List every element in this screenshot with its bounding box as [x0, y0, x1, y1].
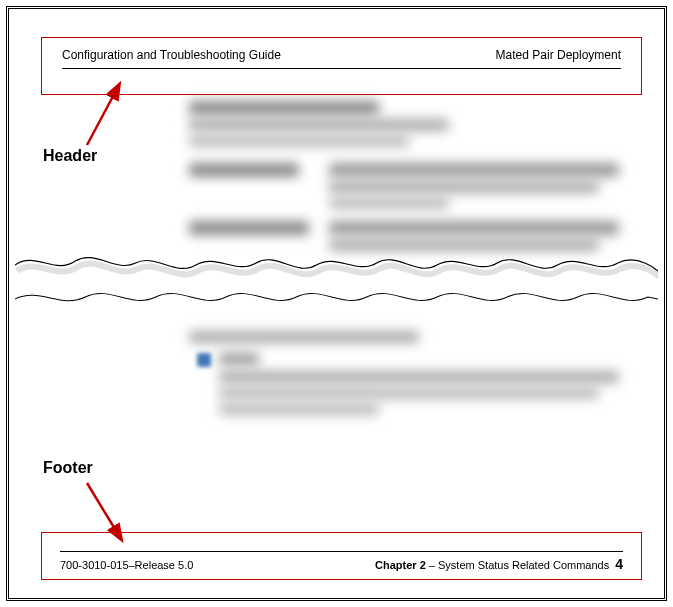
- blurred-text: [189, 119, 449, 131]
- blurred-text: [189, 221, 309, 235]
- blurred-text: [189, 331, 419, 343]
- bullet-icon: [197, 353, 211, 367]
- blurred-text: [329, 221, 619, 235]
- page-header-line: Configuration and Troubleshooting Guide …: [62, 48, 621, 69]
- page-tear-icon: [15, 247, 658, 317]
- blurred-text: [219, 387, 599, 399]
- footer-chapter-rest: – System Status Related Commands: [426, 559, 609, 571]
- header-arrow-icon: [79, 79, 139, 149]
- footer-label: Footer: [43, 459, 93, 477]
- footer-page-number: 4: [615, 556, 623, 572]
- blurred-text: [329, 181, 599, 193]
- footer-chapter-bold: Chapter 2: [375, 559, 426, 571]
- svg-line-0: [87, 85, 119, 145]
- footer-right-text: Chapter 2 – System Status Related Comman…: [375, 556, 623, 572]
- blurred-text: [219, 371, 619, 383]
- page-footer-line: 700-3010-015–Release 5.0 Chapter 2 – Sys…: [60, 551, 623, 572]
- blurred-text: [219, 353, 259, 365]
- header-right-text: Mated Pair Deployment: [496, 48, 621, 62]
- header-left-text: Configuration and Troubleshooting Guide: [62, 48, 281, 62]
- blurred-text: [329, 197, 449, 209]
- blurred-text: [329, 163, 619, 177]
- header-label: Header: [43, 147, 97, 165]
- blurred-text: [189, 163, 299, 177]
- svg-line-1: [87, 483, 121, 539]
- footer-left-text: 700-3010-015–Release 5.0: [60, 559, 193, 571]
- blurred-text: [189, 135, 409, 147]
- blurred-text: [189, 101, 379, 115]
- footer-callout-box: 700-3010-015–Release 5.0 Chapter 2 – Sys…: [41, 532, 642, 580]
- blurred-text: [219, 403, 379, 415]
- page-frame: Configuration and Troubleshooting Guide …: [6, 6, 667, 601]
